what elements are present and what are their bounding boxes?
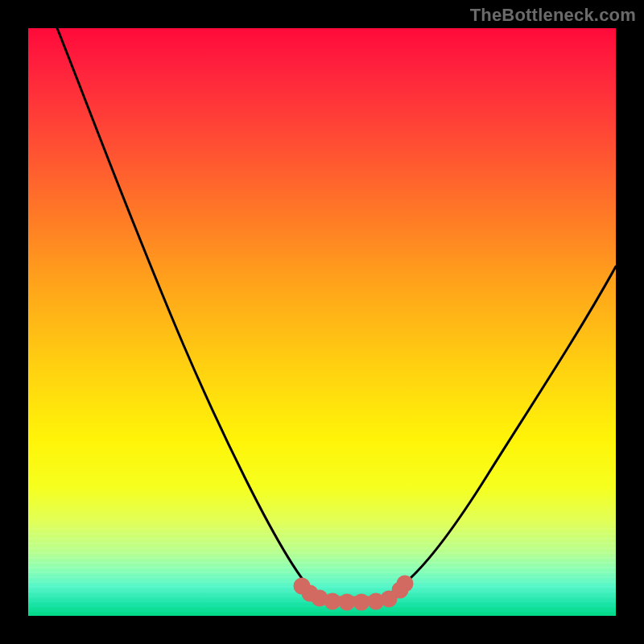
bottleneck-curve [57,28,616,602]
svg-point-8 [384,594,394,604]
svg-point-10 [400,579,410,588]
svg-point-5 [342,597,352,607]
watermark-text: TheBottleneck.com [470,5,636,26]
chart-svg [28,28,616,616]
svg-point-3 [315,593,324,603]
svg-point-7 [371,597,381,606]
svg-point-6 [357,597,366,607]
svg-point-4 [328,597,337,606]
plot-area [28,28,616,616]
bottom-marker [297,579,410,607]
chart-frame: TheBottleneck.com [0,0,644,644]
